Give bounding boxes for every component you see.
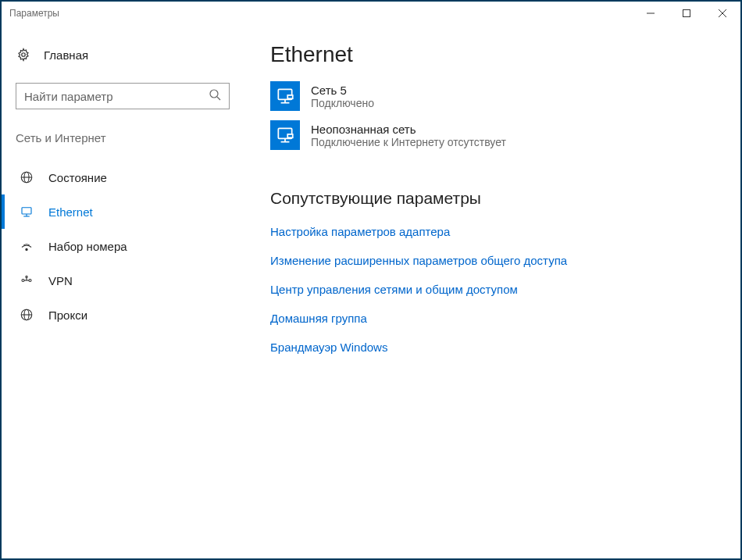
link-advanced-sharing[interactable]: Изменение расширенных параметров общего … xyxy=(270,254,722,267)
link-adapter-settings[interactable]: Настройка параметров адаптера xyxy=(270,225,722,238)
network-item[interactable]: Сеть 5 Подключено xyxy=(270,81,722,111)
sidebar-item-status[interactable]: Состояние xyxy=(2,160,244,194)
sidebar-item-label: Набор номера xyxy=(48,240,127,253)
search-box[interactable] xyxy=(16,83,230,109)
link-windows-firewall[interactable]: Брандмауэр Windows xyxy=(270,341,722,354)
close-button[interactable] xyxy=(705,2,740,25)
home-label: Главная xyxy=(44,48,88,62)
sidebar-item-proxy[interactable]: Прокси xyxy=(2,298,244,332)
svg-rect-29 xyxy=(287,134,293,137)
category-label: Сеть и Интернет xyxy=(16,131,244,144)
network-info: Неопознанная сеть Подключение к Интернет… xyxy=(311,123,506,148)
search-icon xyxy=(209,88,221,104)
gear-icon xyxy=(16,47,31,62)
svg-point-13 xyxy=(26,248,27,250)
svg-rect-25 xyxy=(287,95,293,98)
sidebar-item-label: VPN xyxy=(48,274,73,287)
page-title: Ethernet xyxy=(270,42,722,67)
sidebar-item-label: Прокси xyxy=(48,309,87,322)
window-controls xyxy=(633,2,740,25)
network-icon xyxy=(270,120,300,150)
vpn-icon xyxy=(19,273,34,288)
sidebar-item-dialup[interactable]: Набор номера xyxy=(2,229,244,263)
proxy-icon xyxy=(19,307,34,323)
sidebar-item-ethernet[interactable]: Ethernet xyxy=(2,194,244,229)
window-title: Параметры xyxy=(9,8,633,19)
network-status: Подключение к Интернету отсутствует xyxy=(311,136,506,148)
sidebar: Главная Сеть и Интернет xyxy=(2,25,244,558)
related-links: Настройка параметров адаптера Изменение … xyxy=(270,225,722,354)
settings-window: Параметры Главная xyxy=(0,0,742,560)
network-info: Сеть 5 Подключено xyxy=(311,84,374,109)
network-name: Неопознанная сеть xyxy=(311,123,506,136)
nav-list: Состояние Ethernet xyxy=(2,160,244,332)
ethernet-icon xyxy=(19,204,34,219)
svg-line-6 xyxy=(217,97,220,100)
link-network-sharing-center[interactable]: Центр управления сетями и общим доступом xyxy=(270,283,722,296)
network-status: Подключено xyxy=(311,97,374,109)
sidebar-item-label: Состояние xyxy=(48,171,107,184)
sidebar-item-label: Ethernet xyxy=(48,205,93,219)
maximize-button[interactable] xyxy=(669,2,705,25)
main-panel: Ethernet Сеть 5 Подключено xyxy=(244,25,740,558)
minimize-button[interactable] xyxy=(633,2,669,25)
network-icon xyxy=(270,81,300,111)
content-area: Главная Сеть и Интернет xyxy=(2,25,740,558)
svg-rect-10 xyxy=(22,208,31,214)
network-name: Сеть 5 xyxy=(311,84,374,97)
svg-rect-1 xyxy=(683,10,690,17)
related-heading: Сопутствующие параметры xyxy=(270,189,722,208)
dialup-icon xyxy=(19,238,34,254)
svg-point-15 xyxy=(29,280,31,282)
sidebar-item-vpn[interactable]: VPN xyxy=(2,263,244,298)
svg-point-5 xyxy=(210,90,218,98)
titlebar: Параметры xyxy=(2,2,740,25)
globe-icon xyxy=(19,169,34,185)
home-button[interactable]: Главная xyxy=(2,42,244,67)
svg-point-14 xyxy=(22,280,24,282)
network-list: Сеть 5 Подключено Неопознанная сеть Подк… xyxy=(270,81,722,150)
svg-point-17 xyxy=(26,276,27,277)
svg-point-4 xyxy=(22,53,26,57)
search-input[interactable] xyxy=(24,90,209,103)
link-homegroup[interactable]: Домашняя группа xyxy=(270,312,722,325)
network-item[interactable]: Неопознанная сеть Подключение к Интернет… xyxy=(270,120,722,150)
